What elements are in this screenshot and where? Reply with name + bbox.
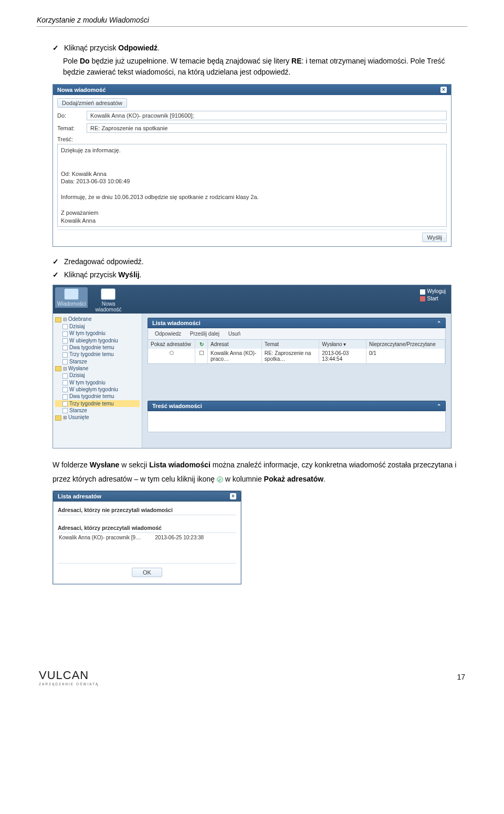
folder-sent-label: Wysłane	[68, 366, 88, 371]
after-a: W folderze	[52, 461, 90, 469]
ribbon: Wiadomości Nowa wiadomość Wyloguj Start	[53, 285, 451, 314]
check-icon	[52, 256, 62, 267]
minus-icon[interactable]: ⊟	[63, 317, 67, 322]
start-label: Start	[427, 296, 438, 301]
col-readcount[interactable]: Nieprzeczytane/Przeczytane	[366, 340, 445, 349]
bullet-2-text: Zredagować odpowiedź.	[64, 257, 144, 266]
list-toolbar: Odpowiedz Prześlij dalej Usuń	[148, 328, 446, 340]
subject-field[interactable]: RE: Zaproszenie na spotkanie	[87, 123, 447, 133]
bullet-1-b: Odpowiedź	[118, 44, 158, 52]
folder-inbox-label: Odebrane	[68, 316, 91, 322]
tree-item[interactable]: Dwa tygodnie temu	[55, 393, 140, 400]
collapse-icon[interactable]: ⌃	[437, 320, 441, 326]
bullet-1: Kliknąć przycisk Odpowiedź.	[52, 43, 467, 54]
tree-item[interactable]: Starsze	[55, 358, 140, 365]
recipient-name: Kowalik Anna (KO)- pracownik [9…	[59, 535, 155, 540]
tree-item[interactable]: W tym tygodniu	[55, 379, 140, 386]
unread-heading: Adresaci, którzy nie przeczytali wiadomo…	[58, 507, 236, 515]
folder-sent[interactable]: ⊟Wysłane	[55, 365, 140, 372]
label-to: Do:	[57, 112, 83, 119]
label-subject: Temat:	[57, 125, 83, 131]
page-header: Korzystanie z modułu Wiadomości	[37, 16, 467, 24]
tree-item[interactable]: Dzisiaj	[55, 372, 140, 379]
list-panel-title: Lista wiadomości ⌃	[148, 318, 446, 328]
logo-main: VULCAN	[39, 669, 99, 682]
reply-button[interactable]: Odpowiedz	[151, 330, 185, 338]
collapse-icon[interactable]: ⌃	[437, 403, 441, 409]
close-icon[interactable]: ×	[230, 493, 236, 499]
bullet-3: Kliknąć przycisk Wyślij.	[52, 269, 467, 280]
logout-link[interactable]: Wyloguj	[420, 288, 446, 294]
col-refresh[interactable]: ↻	[195, 340, 208, 349]
recipients-inline-icon: ✓	[217, 476, 223, 483]
plus-icon[interactable]: ⊞	[63, 415, 67, 420]
folder-deleted[interactable]: ⊞Usunięte	[55, 414, 140, 421]
header-links: Wyloguj Start	[420, 288, 446, 302]
tree-item[interactable]: Dwa tygodnie temu	[55, 344, 140, 351]
bullet-3-c: .	[140, 270, 142, 279]
col-sent[interactable]: Wysłano ▾	[319, 340, 366, 349]
recipients-titlebar: Lista adresatów ×	[53, 491, 241, 502]
delete-button[interactable]: Usuń	[225, 330, 244, 338]
show-recipients-icon[interactable]	[170, 351, 174, 355]
folder-inbox[interactable]: ⊟Odebrane	[55, 316, 140, 322]
cell-sent: 2013-06-03 13:44:54	[319, 349, 366, 363]
tree-item[interactable]: Trzy tygodnie temu	[55, 351, 140, 358]
tree-item-selected[interactable]: Trzy tygodnie temu	[55, 400, 140, 407]
grid-row[interactable]: Kowalik Anna (KO)- praco… RE: Zaproszeni…	[148, 349, 445, 363]
add-recipients-button[interactable]: Dodaj/zmień adresatów	[57, 98, 127, 108]
tile-messages[interactable]: Wiadomości	[55, 287, 88, 308]
message-body[interactable]: Dziękuję za informację. Od: Kowalik Anna…	[57, 144, 447, 227]
start-link[interactable]: Start	[420, 296, 446, 301]
tile-messages-label: Wiadomości	[57, 301, 86, 307]
dialog-titlebar: Nowa wiadomość ×	[53, 85, 451, 95]
screenshot-new-message: Nowa wiadomość × Dodaj/zmień adresatów D…	[52, 84, 452, 247]
tree-item[interactable]: Dzisiaj	[55, 323, 140, 330]
col-recipient[interactable]: Adresat	[208, 340, 262, 349]
after-g: Pokaż adresatów	[264, 475, 324, 483]
recipients-title: Lista adresatów	[58, 493, 101, 499]
to-field[interactable]: Kowalik Anna (KO)- pracownik [910600];	[87, 111, 447, 120]
after-f: w kolumnie	[223, 475, 264, 483]
tile-new-message[interactable]: Nowa wiadomość	[93, 287, 123, 314]
cell-recipient: Kowalik Anna (KO)- praco…	[208, 349, 262, 363]
intro-paragraph: Pole Do będzie już uzupełnione. W temaci…	[63, 56, 467, 78]
intro-p2a: Pole	[63, 57, 80, 65]
list-panel-label: Lista wiadomości	[152, 320, 201, 326]
bullet-1-a: Kliknąć przycisk	[64, 44, 118, 52]
content-panel-label: Treść wiadomości	[152, 403, 202, 409]
recipient-date: 2013-06-25 10:23:38	[155, 535, 235, 540]
intro-p2b: Do	[80, 57, 90, 65]
close-icon[interactable]: ×	[440, 87, 447, 93]
logout-icon	[420, 289, 425, 295]
logout-label: Wyloguj	[427, 288, 446, 294]
col-show[interactable]: Pokaż adresatów	[148, 340, 195, 349]
content-panel-title: Treść wiadomości ⌃	[148, 401, 446, 411]
after-paragraph: W folderze Wysłane w sekcji Lista wiadom…	[52, 458, 467, 486]
page-footer: VULCAN ZARZĄDZANIE OŚWIATĄ 17	[37, 669, 467, 686]
bullet-3-b: Wyślij	[118, 270, 139, 279]
col-subject[interactable]: Temat	[262, 340, 319, 349]
label-body: Treść:	[57, 136, 83, 142]
content-panel-body	[148, 411, 446, 432]
new-message-icon	[101, 288, 116, 300]
check-icon	[52, 269, 62, 280]
ok-button[interactable]: OK	[132, 568, 162, 577]
minus-icon[interactable]: ⊟	[63, 366, 67, 371]
send-button[interactable]: Wyślij	[422, 233, 447, 242]
tree-item[interactable]: W ubiegłym tygodniu	[55, 386, 140, 393]
tree-item[interactable]: W tym tygodniu	[55, 330, 140, 337]
recipient-row: Kowalik Anna (KO)- pracownik [9… 2013-06…	[58, 533, 236, 542]
after-h: .	[323, 475, 326, 483]
tree-item[interactable]: Starsze	[55, 407, 140, 414]
after-c: w sekcji	[119, 461, 149, 469]
forward-button[interactable]: Prześlij dalej	[186, 330, 223, 338]
after-d: Lista wiadomości	[149, 461, 211, 469]
dialog-title: Nowa wiadomość	[57, 87, 106, 93]
screenshot-recipients: Lista adresatów × Adresaci, którzy nie p…	[52, 491, 242, 585]
logo-sub: ZARZĄDZANIE OŚWIATĄ	[39, 682, 99, 686]
after-b: Wysłane	[90, 461, 120, 469]
tree-item[interactable]: W ubiegłym tygodniu	[55, 337, 140, 344]
cell-subject: RE: Zaproszenie na spotka…	[262, 349, 319, 363]
bullet-1-c: .	[158, 44, 160, 52]
